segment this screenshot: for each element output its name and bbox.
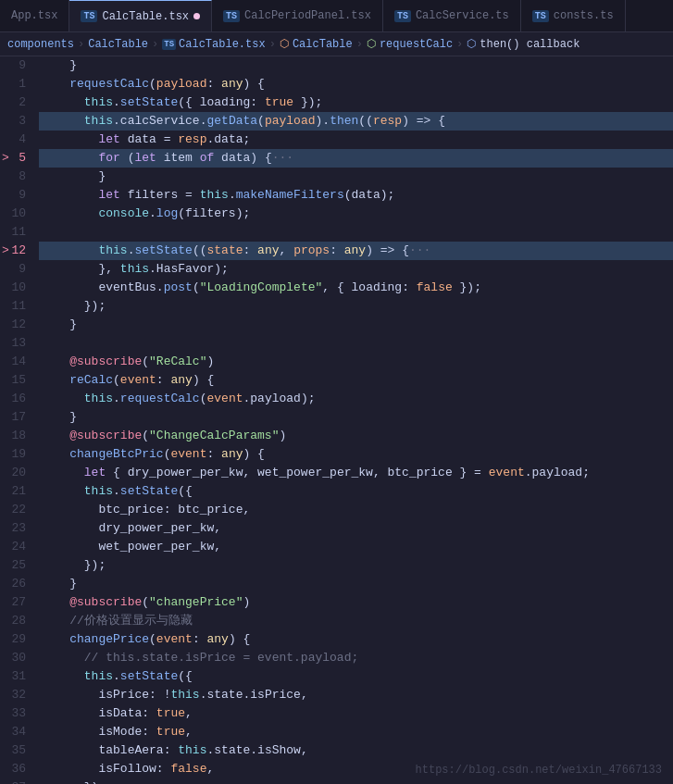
ln-9: 10 xyxy=(6,205,26,223)
ln-21: 18 xyxy=(6,427,26,445)
breadcrumb-class-icon: ⬡ xyxy=(280,37,289,51)
code-line-11: this.setState((state: any, props: any) =… xyxy=(39,242,673,260)
code-line-5: let data = resp.data; xyxy=(39,131,673,149)
code-line-40: }); xyxy=(39,778,673,784)
code-line-33: // this.state.isPrice = event.payload; xyxy=(39,649,673,667)
tab-label: CalcTable.tsx xyxy=(102,10,189,23)
code-line-2: requestCalc(payload: any) { xyxy=(39,75,673,93)
code-line-9: console.log(filters); xyxy=(39,205,673,223)
code-line-17: @subscribe("ReCalc") xyxy=(39,353,673,371)
ln-27: 24 xyxy=(6,538,26,556)
ln-23: 20 xyxy=(6,464,26,482)
ln-39: 36 xyxy=(6,760,26,778)
code-line-36: isData: true, xyxy=(39,704,673,723)
ln-35: 32 xyxy=(6,686,26,704)
tab-ts-icon: TS xyxy=(532,10,549,22)
code-line-28: }); xyxy=(39,556,673,575)
code-line-10 xyxy=(39,223,673,242)
code-line-14: }); xyxy=(39,297,673,316)
ln-20: 17 xyxy=(6,408,26,427)
code-line-16 xyxy=(39,334,673,353)
code-line-34: this.setState({ xyxy=(39,667,673,686)
tab-calc-period-panel-tsx[interactable]: TS CalcPeriodPanel.tsx xyxy=(212,0,383,31)
code-line-38: tableAera: this.state.isShow, xyxy=(39,741,673,760)
code-line-4: this.calcService.getData(payload).then((… xyxy=(39,112,673,131)
code-area: 9 1 2 3 4 5 8 9 10 11 12 9 10 11 12 13 1… xyxy=(0,56,673,784)
tab-label: CalcService.ts xyxy=(416,9,509,22)
tab-ts-icon: TS xyxy=(223,10,240,22)
code-line-20: } xyxy=(39,408,673,427)
code-line-29: } xyxy=(39,575,673,593)
breadcrumb-method[interactable]: requestCalc xyxy=(380,38,453,51)
tab-consts-ts[interactable]: TS consts.ts xyxy=(521,0,626,31)
ln-17: 14 xyxy=(6,353,26,371)
breadcrumb-class[interactable]: CalcTable xyxy=(293,38,353,51)
code-line-8: let filters = this.makeNameFilters(data)… xyxy=(39,186,673,205)
ln-1: 9 xyxy=(6,56,26,75)
tab-calc-service-ts[interactable]: TS CalcService.ts xyxy=(383,0,521,31)
breadcrumb-scope-icon: ⬡ xyxy=(467,37,476,51)
code-line-13: eventBus.post("LoadingComplete", { loadi… xyxy=(39,279,673,297)
ln-36: 33 xyxy=(6,704,26,723)
code-line-22: changeBtcPric(event: any) { xyxy=(39,445,673,464)
tab-label: CalcPeriodPanel.tsx xyxy=(244,9,371,22)
code-line-23: let { dry_power_per_kw, wet_power_per_kw… xyxy=(39,464,673,482)
code-line-1: } xyxy=(39,56,673,75)
ln-5: 4 xyxy=(6,131,26,149)
line-numbers: 9 1 2 3 4 5 8 9 10 11 12 9 10 11 12 13 1… xyxy=(0,56,35,784)
code-line-30: @subscribe("changePrice") xyxy=(39,593,673,612)
ln-37: 34 xyxy=(6,723,26,741)
ln-30: 27 xyxy=(6,593,26,612)
ln-26: 23 xyxy=(6,519,26,538)
breadcrumb-scope[interactable]: then() callback xyxy=(480,38,580,51)
ln-3: 2 xyxy=(6,93,26,112)
breadcrumb-components[interactable]: components xyxy=(7,38,74,51)
tab-label: App.tsx xyxy=(11,9,57,22)
ln-25: 22 xyxy=(6,501,26,519)
ln-24: 21 xyxy=(6,482,26,501)
breadcrumb-file[interactable]: CalcTable.tsx xyxy=(179,38,266,51)
breadcrumb: components › CalcTable › TS CalcTable.ts… xyxy=(0,32,673,56)
watermark: https://blog.csdn.net/weixin_47667133 xyxy=(416,764,662,777)
code-line-21: @subscribe("ChangeCalcParams") xyxy=(39,427,673,445)
ln-13: 10 xyxy=(6,279,26,297)
tab-label: consts.ts xyxy=(554,9,614,22)
code-line-35: isPrice: !this.state.isPrice, xyxy=(39,686,673,704)
ln-31: 28 xyxy=(6,612,26,630)
tab-bar: App.tsx TS CalcTable.tsx TS CalcPeriodPa… xyxy=(0,0,673,32)
breadcrumb-ts-icon: TS xyxy=(162,39,176,50)
tab-modified-dot xyxy=(193,13,200,19)
ln-28: 25 xyxy=(6,556,26,575)
tab-ts-icon: TS xyxy=(394,10,411,22)
ln-19: 16 xyxy=(6,390,26,408)
ln-15: 12 xyxy=(6,316,26,334)
ln-33: 30 xyxy=(6,649,26,667)
code-line-7: } xyxy=(39,168,673,186)
ln-18: 15 xyxy=(6,371,26,390)
ln-7: 8 xyxy=(6,168,26,186)
code-line-31: //价格设置显示与隐藏 xyxy=(39,612,673,630)
code-line-27: wet_power_per_kw, xyxy=(39,538,673,556)
code-content: } requestCalc(payload: any) { this.setSt… xyxy=(35,56,673,784)
ln-38: 35 xyxy=(6,741,26,760)
ln-32: 29 xyxy=(6,630,26,649)
code-line-3: this.setState({ loading: true }); xyxy=(39,93,673,112)
ln-6: 5 xyxy=(6,149,26,168)
tab-app-tsx[interactable]: App.tsx xyxy=(0,0,69,31)
ln-29: 26 xyxy=(6,575,26,593)
ln-4: 3 xyxy=(6,112,26,131)
code-line-19: this.requestCalc(event.payload); xyxy=(39,390,673,408)
ln-11: 12 xyxy=(6,242,26,260)
ln-22: 19 xyxy=(6,445,26,464)
ln-14: 11 xyxy=(6,297,26,316)
breadcrumb-calctable-folder[interactable]: CalcTable xyxy=(88,38,148,51)
ln-12: 9 xyxy=(6,260,26,279)
ln-34: 31 xyxy=(6,667,26,686)
code-line-37: isMode: true, xyxy=(39,723,673,741)
code-line-6: for (let item of data) {··· xyxy=(39,149,673,168)
code-line-15: } xyxy=(39,316,673,334)
code-line-25: btc_price: btc_price, xyxy=(39,501,673,519)
tab-calc-table-tsx[interactable]: TS CalcTable.tsx xyxy=(69,0,212,31)
tab-ts-icon: TS xyxy=(81,10,97,22)
ln-40: 37 xyxy=(6,778,26,784)
